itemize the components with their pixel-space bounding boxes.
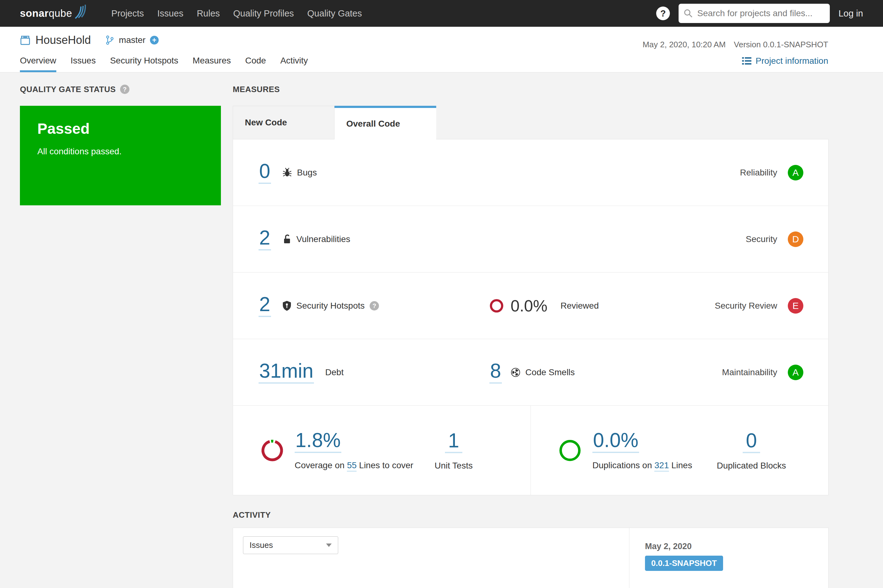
quality-gate-panel: Passed All conditions passed. — [20, 106, 221, 206]
activity-heading-row: ACTIVITY — [233, 510, 829, 519]
measure-row-bugs: 0 Bugs Re — [233, 140, 828, 206]
coverage-ring — [261, 439, 284, 462]
tab-overall-code[interactable]: Overall Code — [334, 106, 436, 140]
project-header: HouseHold master + May 2, 2020, 10:20 AM… — [0, 27, 883, 72]
coverage-percentage[interactable]: 1.8% — [295, 430, 341, 453]
maintainability-label: Maintainability — [722, 368, 777, 377]
measures-heading: MEASURES — [233, 85, 280, 94]
duplicated-blocks-group: 0 Duplicated Blocks — [716, 430, 787, 470]
main-menu: Projects Issues Rules Quality Profiles Q… — [111, 8, 362, 19]
coverage-label-prefix: Coverage on — [295, 460, 345, 470]
tab-new-code[interactable]: New Code — [233, 106, 334, 139]
lines-to-cover-link[interactable]: 55 — [347, 460, 357, 472]
security-label: Security — [746, 234, 777, 244]
duplications-ring — [558, 439, 582, 462]
measures-section: MEASURES New Code Overall Code 0 — [233, 85, 829, 588]
quality-gate-message: All conditions passed. — [37, 147, 204, 156]
tab-overview[interactable]: Overview — [20, 56, 56, 72]
activity-panel: Issues May 2, 2020 0.0.1-SNAPSHOT — [233, 528, 829, 588]
bugs-label: Bugs — [297, 168, 317, 178]
analysis-meta: May 2, 2020, 10:20 AM Version 0.0.1-SNAP… — [643, 40, 828, 50]
duplicated-lines-link[interactable]: 321 — [654, 460, 669, 472]
project-name: HouseHold — [36, 34, 91, 46]
security-hotspots-label: Security Hotspots — [297, 301, 365, 311]
search-box[interactable] — [679, 4, 830, 23]
duplicated-blocks-count[interactable]: 0 — [743, 430, 760, 453]
logo-swoosh-icon — [75, 2, 88, 20]
activity-heading: ACTIVITY — [233, 510, 271, 520]
project-information-label: Project information — [756, 56, 828, 66]
tab-activity[interactable]: Activity — [280, 56, 308, 72]
code-smells-icon — [511, 368, 520, 377]
bug-icon — [282, 168, 292, 178]
chevron-down-icon — [326, 543, 332, 547]
nav-item-issues[interactable]: Issues — [157, 8, 184, 19]
project-icon — [20, 35, 30, 45]
activity-sidebar: May 2, 2020 0.0.1-SNAPSHOT — [629, 528, 828, 588]
analysis-version: Version 0.0.1-SNAPSHOT — [734, 40, 828, 50]
code-smells-label: Code Smells — [526, 368, 575, 377]
unit-tests-label: Unit Tests — [435, 460, 472, 470]
measure-row-coverage-duplications: 1.8% Coverage on 55 Lines to cover 1 Uni… — [233, 406, 828, 495]
nav-right-group: ? Log in — [656, 4, 863, 23]
analysis-date: May 2, 2020, 10:20 AM — [643, 40, 726, 50]
nav-item-quality-profiles[interactable]: Quality Profiles — [233, 8, 294, 19]
measures-heading-row: MEASURES — [233, 85, 829, 94]
tab-measures[interactable]: Measures — [193, 56, 231, 72]
debt-value[interactable]: 31min — [259, 361, 314, 384]
activity-entry-date: May 2, 2020 — [645, 542, 828, 551]
code-smells-group: 8 Code Smells — [489, 361, 575, 384]
project-tabs: Overview Issues Security Hotspots Measur… — [20, 56, 308, 72]
measure-row-security-hotspots: 2 Security Hotspots ? — [233, 273, 828, 339]
reviewed-label: Reviewed — [561, 301, 599, 311]
quality-gate-heading: QUALITY GATE STATUS — [20, 85, 116, 94]
duplications-label-suffix: Lines — [672, 460, 692, 470]
bugs-count[interactable]: 0 — [259, 161, 271, 184]
version-badge: 0.0.1-SNAPSHOT — [645, 556, 723, 571]
security-rating-badge: D — [788, 231, 804, 247]
duplications-percentage[interactable]: 0.0% — [592, 430, 639, 453]
branch-name: master — [119, 35, 145, 45]
quality-gate-status: Passed — [37, 120, 204, 137]
search-input[interactable] — [697, 8, 825, 19]
list-icon — [742, 57, 751, 65]
code-smells-count[interactable]: 8 — [489, 361, 502, 384]
tab-code[interactable]: Code — [245, 56, 266, 72]
nav-item-quality-gates[interactable]: Quality Gates — [307, 8, 362, 19]
security-review-rating-badge: E — [788, 298, 804, 314]
coverage-half: 1.8% Coverage on 55 Lines to cover 1 Uni… — [233, 406, 531, 495]
quality-gate-section: QUALITY GATE STATUS ? Passed All conditi… — [20, 85, 221, 206]
unit-tests-count[interactable]: 1 — [445, 430, 462, 453]
reviewed-percentage: 0.0% — [511, 297, 547, 315]
sonarqube-project-overview: sonarqube Projects Issues Rules Quality … — [0, 0, 883, 588]
activity-metric-select[interactable]: Issues — [243, 536, 338, 554]
add-branch-button[interactable]: + — [150, 36, 159, 45]
project-title-row: HouseHold master + — [20, 34, 159, 46]
top-nav: sonarqube Projects Issues Rules Quality … — [0, 0, 883, 27]
measures-tabs: New Code Overall Code — [233, 106, 829, 139]
tab-security-hotspots[interactable]: Security Hotspots — [110, 56, 178, 72]
logo-text-sonar: sonar — [20, 8, 48, 19]
security-hotspots-count[interactable]: 2 — [259, 294, 271, 317]
coverage-label-suffix: Lines to cover — [359, 460, 413, 470]
security-review-label: Security Review — [715, 301, 777, 311]
activity-metric-value: Issues — [250, 540, 273, 550]
logo-text-qube: qube — [48, 8, 72, 19]
branch-selector: master + — [105, 35, 159, 45]
help-icon[interactable]: ? — [656, 6, 670, 20]
branch-icon — [105, 35, 114, 45]
nav-item-projects[interactable]: Projects — [111, 8, 144, 19]
security-hotspots-help-icon[interactable]: ? — [370, 301, 379, 310]
unit-tests-group: 1 Unit Tests — [418, 430, 489, 470]
nav-item-rules[interactable]: Rules — [196, 8, 220, 19]
tab-issues[interactable]: Issues — [70, 56, 96, 72]
project-information-link[interactable]: Project information — [742, 56, 828, 66]
vulnerabilities-count[interactable]: 2 — [259, 228, 271, 250]
quality-gate-help-icon[interactable]: ? — [120, 85, 129, 94]
sonarqube-logo[interactable]: sonarqube — [20, 6, 88, 20]
reliability-label: Reliability — [740, 168, 777, 178]
debt-label: Debt — [325, 368, 343, 377]
login-link[interactable]: Log in — [838, 8, 863, 19]
measure-row-vulnerabilities: 2 Vulnerabilities Security D — [233, 206, 828, 273]
quality-gate-heading-row: QUALITY GATE STATUS ? — [20, 85, 221, 94]
